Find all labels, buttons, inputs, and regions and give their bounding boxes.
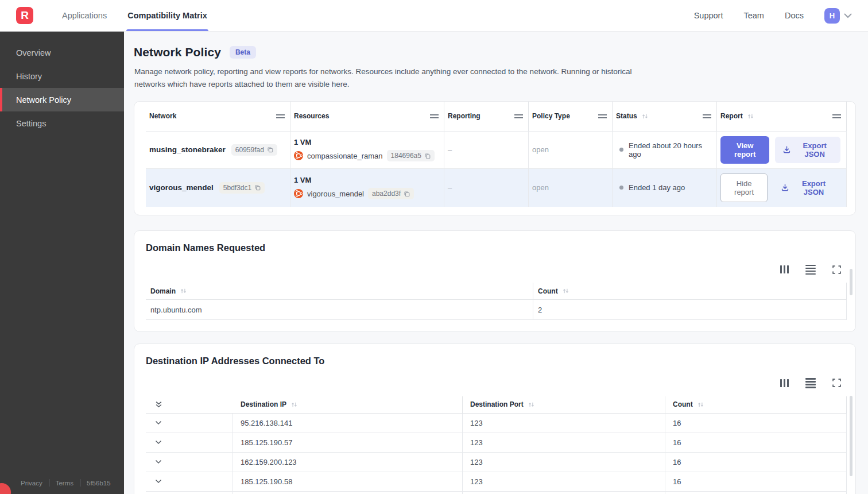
sidebar-item-history[interactable]: History: [0, 64, 124, 88]
chevron-down-icon[interactable]: [155, 440, 162, 445]
copy-icon[interactable]: [404, 191, 410, 197]
column-resize-handle[interactable]: [430, 114, 439, 118]
count-cell: 16: [665, 414, 847, 433]
copy-icon[interactable]: [254, 184, 261, 191]
destination-ip-cell: 95.216.100.21: [233, 492, 463, 494]
expand-all-icon[interactable]: [155, 401, 162, 408]
status-text: Ended 1 day ago: [629, 183, 685, 192]
column-header-domain: Domain: [146, 283, 533, 299]
destinations-table-header: Destination IP Destination Port Count: [146, 396, 847, 414]
copy-icon[interactable]: [267, 146, 273, 153]
top-navbar: R Applications Compatibility Matrix Supp…: [0, 0, 868, 32]
column-resize-handle[interactable]: [598, 114, 607, 118]
column-header-count: Count: [665, 396, 847, 413]
sidebar-item-overview[interactable]: Overview: [0, 41, 124, 64]
main-content: Network Policy Beta Manage network polic…: [124, 32, 868, 494]
sidebar-item-network-policy[interactable]: Network Policy: [0, 88, 124, 111]
status-cell: Ended about 20 hours ago: [613, 132, 717, 168]
column-header-destination-ip: Destination IP: [233, 396, 463, 413]
reporting-cell: –: [444, 169, 529, 207]
columns-view-icon[interactable]: [780, 379, 789, 387]
vm-count: 1 VM: [294, 138, 311, 146]
avatar[interactable]: H: [824, 8, 840, 24]
column-header-network: Network: [146, 102, 290, 131]
sort-icon[interactable]: [747, 113, 754, 119]
resource-id-badge: aba2dd3f: [368, 188, 414, 199]
status-dot: [619, 186, 623, 190]
chevron-down-icon[interactable]: [155, 420, 162, 425]
export-json-button[interactable]: Export JSON: [773, 175, 840, 201]
status-dot: [619, 148, 623, 152]
networks-card: Network Resources Reporting Policy Type …: [134, 101, 856, 215]
hide-report-button[interactable]: Hide report: [720, 173, 768, 202]
domain-row: ntp.ubuntu.com 2: [146, 300, 847, 320]
column-header-resources: Resources: [290, 102, 444, 131]
tab-applications[interactable]: Applications: [62, 0, 107, 31]
card-title: Domain Names Requested: [146, 242, 847, 253]
export-json-button[interactable]: Export JSON: [775, 137, 840, 163]
footer-divider: [49, 479, 49, 487]
column-resize-handle[interactable]: [276, 114, 285, 118]
terms-link[interactable]: Terms: [56, 480, 73, 487]
destination-ip-cell: 162.159.200.123: [233, 453, 463, 472]
user-menu[interactable]: H: [824, 8, 852, 24]
resource-name: compassionate_raman: [307, 152, 383, 160]
expand-all-cell: [146, 396, 233, 413]
column-header-status: Status: [613, 102, 717, 131]
domains-table-header: Domain Count: [146, 283, 847, 300]
view-report-button[interactable]: View report: [720, 136, 769, 164]
network-id-badge: 60959fad: [231, 144, 277, 156]
nav-link-support[interactable]: Support: [694, 11, 723, 20]
sidebar-item-settings[interactable]: Settings: [0, 111, 124, 135]
sort-icon[interactable]: [642, 113, 648, 119]
policy-type-cell: open: [529, 132, 613, 168]
download-icon: [781, 183, 789, 192]
sort-icon[interactable]: [563, 288, 569, 294]
table-toolbar: [146, 378, 841, 388]
row-expand-cell: [146, 472, 233, 491]
scrollbar-thumb[interactable]: [850, 269, 852, 295]
tab-compatibility-matrix[interactable]: Compatibility Matrix: [127, 0, 207, 31]
chevron-down-icon[interactable]: [155, 479, 162, 484]
row-expand-cell: [146, 492, 233, 494]
chevron-down-icon: [844, 13, 852, 18]
row-expand-cell: [146, 453, 233, 472]
network-row-selected[interactable]: vigorous_mendel 5bdf3dc1 1 VM vig: [146, 168, 847, 207]
scrollbar-thumb[interactable]: [850, 396, 852, 476]
card-title: Destination IP Addresses Connected To: [146, 356, 847, 366]
destination-row: 95.216.138.141 123 16: [146, 414, 847, 433]
status-cell: Ended 1 day ago: [613, 169, 717, 207]
row-density-icon[interactable]: [805, 265, 816, 275]
sidebar-footer: Privacy Terms 5f56b15: [0, 479, 124, 494]
privacy-link[interactable]: Privacy: [21, 480, 42, 487]
column-resize-handle[interactable]: [514, 114, 523, 118]
sort-icon[interactable]: [528, 402, 534, 408]
network-name-cell: vigorous_mendel 5bdf3dc1: [146, 169, 290, 207]
chevron-down-icon[interactable]: [155, 460, 162, 464]
column-resize-handle[interactable]: [703, 114, 711, 118]
nav-link-docs[interactable]: Docs: [785, 11, 804, 20]
copy-icon[interactable]: [424, 153, 431, 159]
destination-port-cell: 123: [463, 453, 665, 472]
sort-icon[interactable]: [180, 288, 187, 294]
report-cell: View report Export JSON: [717, 132, 847, 168]
sort-icon[interactable]: [291, 402, 297, 408]
app-logo[interactable]: R: [16, 7, 33, 24]
policy-type-cell: open: [529, 169, 613, 207]
vm-count: 1 VM: [294, 176, 311, 184]
download-icon: [782, 145, 791, 154]
ubuntu-icon: [294, 189, 303, 198]
column-resize-handle[interactable]: [832, 114, 841, 118]
network-row[interactable]: musing_stonebraker 60959fad 1 VM: [146, 131, 847, 168]
row-density-icon[interactable]: [805, 378, 816, 388]
nav-link-team[interactable]: Team: [743, 11, 764, 20]
columns-view-icon[interactable]: [780, 265, 789, 273]
fullscreen-icon[interactable]: [832, 379, 841, 387]
column-header-policy-type: Policy Type: [529, 102, 613, 131]
destination-row: 162.159.200.123 123 16: [146, 453, 847, 472]
row-expand-cell: [146, 433, 233, 452]
count-cell: 16: [665, 453, 847, 472]
sort-icon[interactable]: [698, 402, 704, 408]
column-header-destination-port: Destination Port: [463, 396, 665, 413]
fullscreen-icon[interactable]: [832, 265, 841, 274]
